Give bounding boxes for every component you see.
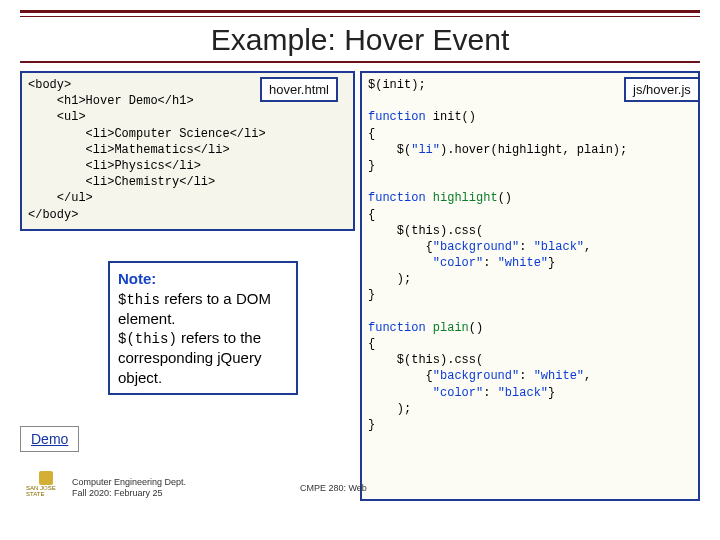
footer-center: CMPE 280: Web: [300, 483, 367, 493]
top-rule: [20, 10, 700, 17]
js-string: "color": [433, 256, 483, 270]
js-keyword: function: [368, 191, 426, 205]
js-string: "color": [433, 386, 483, 400]
js-keyword: function: [368, 321, 426, 335]
html-file-label: hover.html: [260, 77, 338, 102]
js-file-label: js/hover.js: [624, 77, 700, 102]
slide: Example: Hover Event <body> <h1>Hover De…: [0, 10, 720, 540]
js-string: "background": [433, 240, 519, 254]
under-rule: [20, 61, 700, 63]
note-code-this: $this: [118, 292, 160, 308]
js-string: "black": [498, 386, 548, 400]
footer-left: Computer Engineering Dept. Fall 2020: Fe…: [72, 477, 186, 499]
js-keyword: function: [368, 110, 426, 124]
logo-text: SAN JOSE STATE: [26, 485, 66, 497]
footer-dept: Computer Engineering Dept.: [72, 477, 186, 488]
js-string: "li": [411, 143, 440, 157]
footer-date: Fall 2020: February 25: [72, 488, 186, 499]
js-code-box: $(init); function init() { $("li").hover…: [360, 71, 700, 501]
js-string: "white": [498, 256, 548, 270]
sjsu-logo: SAN JOSE STATE: [26, 471, 66, 497]
note-box: Note: $this refers to a DOM element. $(t…: [108, 261, 298, 395]
demo-link[interactable]: Demo: [20, 426, 79, 452]
html-code: <body> <h1>Hover Demo</h1> <ul> <li>Comp…: [28, 78, 266, 222]
content-area: <body> <h1>Hover Demo</h1> <ul> <li>Comp…: [20, 71, 700, 501]
note-code-jqthis: $(this): [118, 331, 177, 347]
slide-title: Example: Hover Event: [20, 23, 700, 57]
logo-icon: [39, 471, 53, 485]
js-fnname: highlight: [426, 191, 498, 205]
js-fnname: plain: [426, 321, 469, 335]
js-seg: :: [519, 369, 533, 383]
note-header: Note:: [118, 270, 156, 287]
js-string: "background": [433, 369, 519, 383]
js-seg: :: [483, 386, 497, 400]
js-string: "black": [534, 240, 584, 254]
js-string: "white": [534, 369, 584, 383]
js-seg: :: [519, 240, 533, 254]
js-seg: :: [483, 256, 497, 270]
js-seg: $(init);: [368, 78, 426, 92]
